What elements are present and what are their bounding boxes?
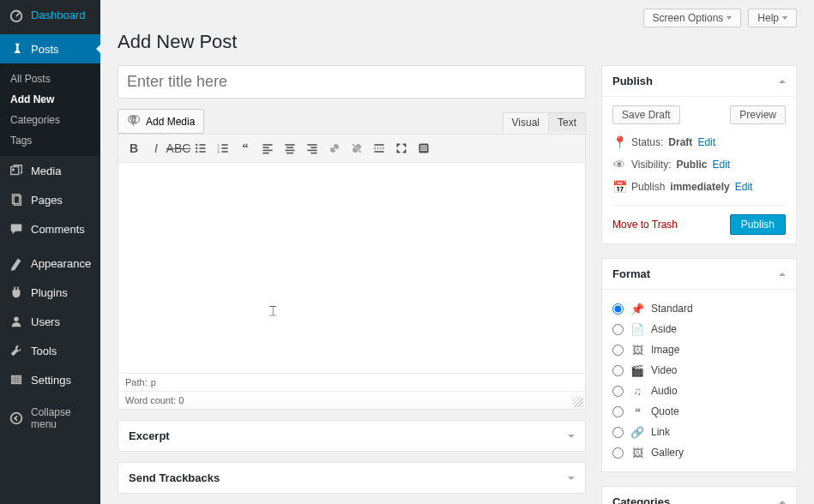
format-option-gallery[interactable]: 🖼Gallery <box>612 442 786 463</box>
svg-rect-30 <box>262 147 268 148</box>
svg-rect-7 <box>12 376 15 378</box>
edit-visibility-link[interactable]: Edit <box>712 159 730 171</box>
format-option-standard[interactable]: 📌Standard <box>612 298 786 319</box>
publish-button[interactable]: Publish <box>730 214 786 235</box>
editor-content[interactable]: ⌶ <box>118 163 585 373</box>
format-option-audio[interactable]: ♫Audio <box>612 381 786 401</box>
metabox-trackbacks[interactable]: Send Trackbacks <box>118 462 586 494</box>
svg-rect-20 <box>199 147 205 149</box>
svg-rect-18 <box>199 144 205 146</box>
svg-rect-38 <box>311 147 317 148</box>
sidebar-item-label: Plugins <box>31 286 92 299</box>
svg-rect-42 <box>374 147 383 149</box>
edit-status-link[interactable]: Edit <box>697 136 715 148</box>
collapse-menu-label: Collapse menu <box>31 406 92 430</box>
svg-rect-39 <box>307 150 317 152</box>
format-option-quote[interactable]: ❝Quote <box>612 401 786 422</box>
sidebar-item-comments[interactable]: Comments <box>0 214 100 243</box>
sidebar-item-plugins[interactable]: Plugins <box>0 278 100 307</box>
publish-box-header[interactable]: Publish <box>602 66 796 97</box>
sidebar-item-settings[interactable]: Settings <box>0 365 100 394</box>
format-option-link[interactable]: 🔗Link <box>612 422 786 442</box>
gallery-icon: 🖼 <box>630 446 644 459</box>
chevron-down-icon <box>727 16 732 20</box>
metabox-excerpt[interactable]: Excerpt <box>118 420 586 452</box>
svg-rect-31 <box>262 150 272 152</box>
toolbar-toggle-button[interactable] <box>413 138 434 159</box>
svg-rect-40 <box>311 153 317 154</box>
sidebar-item-dashboard[interactable]: Dashboard <box>0 0 100 29</box>
format-option-aside[interactable]: 📄Aside <box>612 319 786 339</box>
sidebar-sub-tags[interactable]: Tags <box>0 130 100 151</box>
chevron-down-icon <box>782 16 787 20</box>
format-option-image[interactable]: 🖼Image <box>612 339 786 360</box>
sidebar-item-media[interactable]: Media <box>0 156 100 185</box>
strikethrough-button[interactable]: ABC <box>168 138 189 159</box>
sidebar-item-tools[interactable]: Tools <box>0 336 100 365</box>
bullet-list-button[interactable] <box>190 138 211 159</box>
unlink-button[interactable] <box>347 138 367 159</box>
svg-point-13 <box>11 413 22 424</box>
italic-button[interactable]: I <box>146 138 166 159</box>
sidebar-item-appearance[interactable]: Appearance <box>0 249 100 278</box>
save-draft-button[interactable]: Save Draft <box>612 105 680 124</box>
format-box-header[interactable]: Format <box>602 259 796 290</box>
preview-button[interactable]: Preview <box>730 105 786 124</box>
svg-rect-10 <box>19 379 21 381</box>
move-to-trash-link[interactable]: Move to Trash <box>612 219 678 231</box>
pages-icon <box>9 192 24 207</box>
edit-schedule-link[interactable]: Edit <box>735 181 753 193</box>
bold-button[interactable]: B <box>124 138 144 159</box>
svg-rect-47 <box>420 150 427 151</box>
help-button[interactable]: Help <box>748 9 797 27</box>
dashboard-icon <box>9 7 24 22</box>
comments-icon <box>9 221 24 237</box>
align-right-button[interactable] <box>302 138 323 159</box>
sidebar-item-pages[interactable]: Pages <box>0 185 100 214</box>
top-bar: Screen Options Help <box>118 9 797 27</box>
sidebar-sub-categories[interactable]: Categories <box>0 110 100 130</box>
format-option-video[interactable]: 🎬Video <box>612 360 786 381</box>
sidebar-item-users[interactable]: Users <box>0 307 100 336</box>
svg-rect-11 <box>12 382 15 384</box>
page-title: Add New Post <box>118 31 797 53</box>
link-icon: 🔗 <box>630 425 644 439</box>
settings-icon <box>9 372 24 387</box>
status-row: 📍 Status: Draft Edit <box>612 131 786 153</box>
plugins-icon <box>9 285 24 300</box>
post-title-input[interactable] <box>118 65 586 99</box>
tab-visual[interactable]: Visual <box>503 112 549 132</box>
link-button[interactable] <box>324 138 345 159</box>
quote-icon: ❝ <box>630 405 644 418</box>
collapse-menu-button[interactable]: Collapse menu <box>0 399 100 437</box>
screen-options-button[interactable]: Screen Options <box>643 9 742 27</box>
svg-rect-8 <box>15 376 21 378</box>
sidebar-sub-all-posts[interactable]: All Posts <box>0 69 100 89</box>
align-center-button[interactable] <box>280 138 300 159</box>
image-icon: 🖼 <box>630 343 644 357</box>
video-icon: 🎬 <box>630 363 644 377</box>
editor-tabs: Visual Text <box>503 112 586 132</box>
svg-line-1 <box>16 13 20 16</box>
sidebar-item-label: Comments <box>31 223 92 236</box>
chevron-up-icon <box>779 273 786 276</box>
align-left-button[interactable] <box>257 138 278 159</box>
appearance-icon <box>9 255 24 271</box>
collapse-icon <box>9 411 24 426</box>
chevron-down-icon <box>568 435 575 438</box>
resize-handle[interactable] <box>573 397 583 407</box>
tab-text[interactable]: Text <box>548 112 586 132</box>
svg-rect-24 <box>221 144 227 146</box>
chevron-up-icon <box>779 501 786 504</box>
sidebar-item-label: Appearance <box>31 257 92 270</box>
editor-wrap: B I ABC 123 “ ⌶ <box>118 134 586 410</box>
insert-more-button[interactable] <box>369 138 389 159</box>
sidebar-sub-add-new[interactable]: Add New <box>0 89 100 110</box>
numbered-list-button[interactable]: 123 <box>213 138 233 159</box>
sidebar-item-posts[interactable]: Posts <box>0 34 100 63</box>
svg-rect-43 <box>374 151 383 153</box>
categories-box-header[interactable]: Categories <box>602 487 796 504</box>
blockquote-button[interactable]: “ <box>235 138 256 159</box>
fullscreen-button[interactable] <box>391 138 412 159</box>
add-media-button[interactable]: Add Media <box>118 109 204 134</box>
